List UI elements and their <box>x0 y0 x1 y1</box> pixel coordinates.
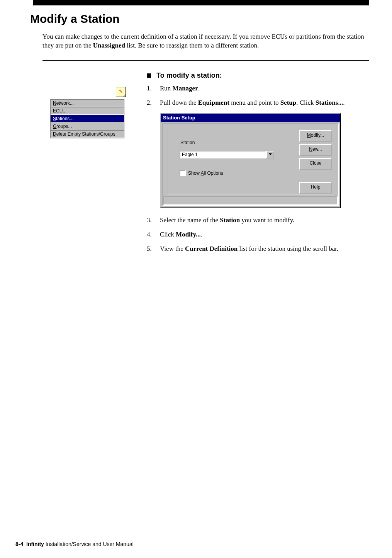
station-setup-dialog: Station Setup Station Eagle 1 Show All O… <box>160 113 341 208</box>
menu-item[interactable]: Groups... <box>51 122 124 130</box>
step-3: 3.Select the name of the Station you wan… <box>147 216 369 225</box>
step-text: View the Current Definition list for the… <box>160 245 338 253</box>
step-number: 1. <box>147 84 153 93</box>
step-number: 3. <box>147 216 153 225</box>
dialog-status-bar <box>163 196 338 205</box>
menu-item[interactable]: Network... <box>51 100 124 107</box>
page-title: Modify a Station <box>30 12 369 26</box>
step-5: 5.View the Current Definition list for t… <box>147 245 369 253</box>
checkbox-label: Show All Options <box>188 170 223 176</box>
station-label: Station <box>180 140 195 145</box>
step-number: 5. <box>147 245 153 253</box>
step-2: 2.Pull down the Equipment menu and point… <box>147 99 369 107</box>
combobox-dropdown-button[interactable] <box>266 151 274 158</box>
intro-text-bold: Unassigned <box>93 42 125 49</box>
step-1: 1.Run Manager. <box>147 84 369 93</box>
header-rule <box>33 0 369 5</box>
chevron-down-icon <box>269 153 272 155</box>
step-text: Run Manager. <box>160 84 200 93</box>
help-button[interactable]: Help <box>299 182 332 194</box>
equipment-setup-menu: Network...ECU...Stations...Groups...Dele… <box>50 99 124 138</box>
show-all-options-checkbox[interactable]: Show All Options <box>180 170 223 176</box>
menu-item[interactable]: Stations... <box>51 115 124 122</box>
dialog-body: Station Eagle 1 Show All Options Modify.… <box>162 123 339 206</box>
dialog-titlebar[interactable]: Station Setup <box>161 114 340 122</box>
step-number: 2. <box>147 99 153 107</box>
menu-item[interactable]: ECU... <box>51 107 124 115</box>
checkbox-box[interactable] <box>180 170 186 176</box>
new-button[interactable]: New... <box>299 144 332 156</box>
intro-paragraph: You can make changes to the current defi… <box>42 32 369 50</box>
square-bullet-icon <box>147 73 151 78</box>
station-combobox-value[interactable]: Eagle 1 <box>180 151 266 158</box>
station-combobox[interactable]: Eagle 1 <box>180 151 274 158</box>
step-text: Select the name of the Station you want … <box>160 216 294 225</box>
section-divider <box>42 60 369 61</box>
step-text: Pull down the Equipment menu and point t… <box>160 99 344 107</box>
sticky-note-icon: ✎ <box>116 87 126 97</box>
menu-item[interactable]: Delete Empty Stations/Groups <box>51 130 124 138</box>
procedure-title-text: To modify a station: <box>156 71 222 80</box>
intro-text-post: list. Be sure to reassign them to a diff… <box>125 42 259 49</box>
step-text: Click Modify.... <box>160 230 202 239</box>
close-button[interactable]: Close <box>299 158 332 170</box>
step-4: 4.Click Modify.... <box>147 230 369 239</box>
procedure-heading: To modify a station: <box>147 71 369 80</box>
modify-button[interactable]: Modify... <box>299 130 332 142</box>
step-number: 4. <box>147 230 153 239</box>
